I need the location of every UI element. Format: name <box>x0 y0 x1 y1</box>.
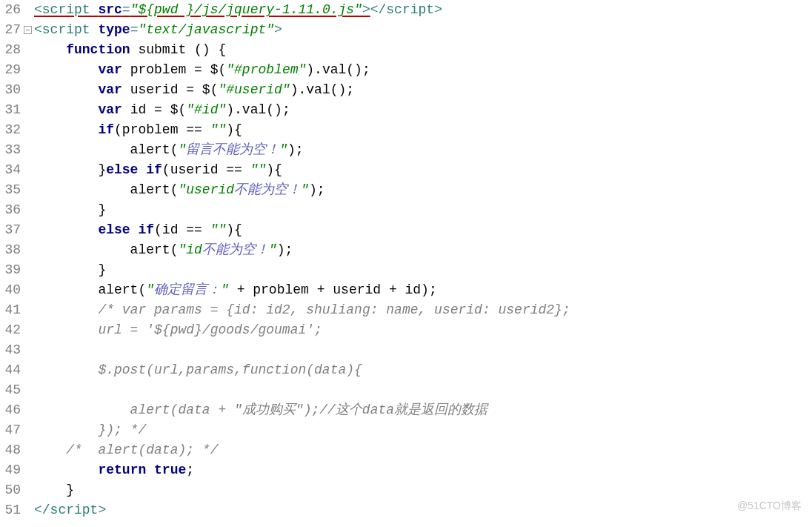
code-token: 不能为空！ <box>202 242 269 257</box>
code-line: alert("id不能为空！"); <box>34 240 812 260</box>
code-area: <script src="${pwd }/js/jquery-1.11.0.js… <box>34 0 812 520</box>
line-number: 47 <box>0 420 21 440</box>
code-token: /* var params = {id: id2, shuliang: name… <box>98 302 570 317</box>
line-number: 36 <box>0 200 21 220</box>
code-token: alert(data + " <box>34 402 242 417</box>
code-token: "#userid" <box>218 82 290 97</box>
code-token: } <box>34 202 106 217</box>
line-number: 41 <box>0 300 21 320</box>
code-token <box>34 463 98 477</box>
code-token: /js/jquery-1.11.0.js" <box>194 2 362 17</box>
code-token: ); <box>287 142 304 157</box>
code-token: "" <box>210 222 227 237</box>
code-token: "userid <box>178 182 234 197</box>
code-token: alert( <box>34 282 146 297</box>
code-token <box>34 82 98 97</box>
code-token: "#id" <box>186 102 226 117</box>
code-token <box>34 102 98 117</box>
code-token: " <box>221 282 229 297</box>
code-token: return true <box>98 463 186 477</box>
code-token: = <box>130 22 139 37</box>
code-line: alert("留言不能为空！"); <box>34 140 812 160</box>
code-line: $.post(url,params,function(data){ <box>34 360 812 380</box>
code-token: /* alert(data); */ <box>66 443 218 457</box>
line-number: 49 <box>0 460 21 480</box>
code-token: var <box>98 102 122 117</box>
code-line: <script src="${pwd }/js/jquery-1.11.0.js… <box>34 0 812 20</box>
code-token: = <box>122 2 130 17</box>
code-token <box>34 443 66 457</box>
code-token <box>34 122 98 137</box>
code-line: } <box>34 480 812 500</box>
line-number: 26 <box>0 0 21 20</box>
line-number: 44 <box>0 360 21 380</box>
line-number: 40 <box>0 280 21 300</box>
code-token: "" <box>210 122 227 137</box>
watermark-text: @51CTO博客 <box>737 496 802 516</box>
code-line: var problem = $("#problem").val(); <box>34 60 812 80</box>
code-line <box>34 340 812 360</box>
code-token: ).val(); <box>226 102 290 117</box>
code-line: }else if(userid == ""){ <box>34 160 812 180</box>
code-token: ){ <box>266 162 282 177</box>
code-line <box>34 380 812 400</box>
code-token: <script <box>34 22 98 37</box>
code-token: type <box>98 22 130 37</box>
code-line: } <box>34 260 812 280</box>
code-token: ); <box>309 182 325 197</box>
line-number: 43 <box>0 340 21 360</box>
code-token: 成功购买 <box>242 402 296 417</box>
code-line: if(problem == ""){ <box>34 120 812 140</box>
code-token: else if <box>98 222 154 237</box>
code-line: var id = $("#id").val(); <box>34 100 812 120</box>
code-token: } <box>34 162 106 177</box>
line-number: 32 <box>0 120 21 140</box>
code-token: ).val(); <box>290 82 354 97</box>
code-token: 不能为空！ <box>234 182 301 197</box>
code-token: alert( <box>34 142 178 157</box>
code-token: 确定留言： <box>154 282 221 297</box>
code-token: </script> <box>370 2 442 17</box>
code-line: /* alert(data); */ <box>34 440 812 460</box>
code-editor: 2627282930313233343536373839404142434445… <box>0 0 812 520</box>
code-line: alert("userid不能为空！"); <box>34 180 812 200</box>
line-number: 27 <box>0 20 21 40</box>
code-token: var <box>98 82 122 97</box>
code-token: </script> <box>34 503 106 517</box>
code-token: " <box>269 242 277 257</box>
fold-toggle-icon[interactable] <box>24 26 32 34</box>
code-token: (problem == <box>114 122 210 137</box>
code-token: else if <box>106 162 162 177</box>
code-line: } <box>34 200 812 220</box>
code-line: </script> <box>34 500 812 520</box>
code-token: if <box>98 122 114 137</box>
code-token: > <box>362 2 370 17</box>
code-line: else if(id == ""){ <box>34 220 812 240</box>
code-token: function <box>66 42 130 57</box>
code-token: <script <box>34 2 98 17</box>
code-token: ){ <box>226 122 242 137</box>
code-token: "${pwd } <box>130 2 194 17</box>
line-number-gutter: 2627282930313233343536373839404142434445… <box>0 0 24 520</box>
code-line: }); */ <box>34 420 812 440</box>
code-token: " <box>146 282 154 297</box>
code-token: }); */ <box>34 422 146 437</box>
code-line: function submit () { <box>34 40 812 60</box>
code-token <box>34 222 98 237</box>
code-token: var <box>98 62 122 77</box>
code-token: ).val(); <box>306 62 370 77</box>
code-token: userid = $( <box>122 82 219 97</box>
code-token: submit () { <box>130 42 227 57</box>
code-token: (userid == <box>162 162 250 177</box>
line-number: 35 <box>0 180 21 200</box>
line-number: 29 <box>0 60 21 80</box>
code-line: var userid = $("#userid").val(); <box>34 80 812 100</box>
code-line: alert("确定留言：" + problem + userid + id); <box>34 280 812 300</box>
code-token: $.post(url,params,function(data){ <box>34 362 362 377</box>
code-token <box>34 302 98 317</box>
code-token: "" <box>250 162 267 177</box>
code-token: " <box>301 182 309 197</box>
code-token: alert( <box>34 242 178 257</box>
code-token: } <box>34 483 74 497</box>
code-token: " <box>178 142 186 157</box>
